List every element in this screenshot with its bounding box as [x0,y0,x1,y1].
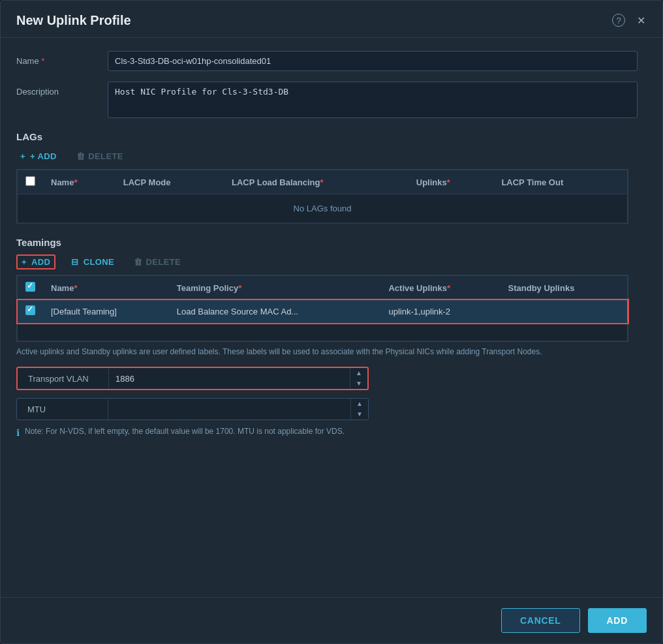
lags-delete-button[interactable]: 🗑 DELETE [72,149,127,164]
mtu-note-row: ℹ Note: For N-VDS, if left empty, the de… [16,427,638,438]
close-button[interactable]: ✕ [636,13,647,28]
name-label: Name * [16,51,108,66]
description-input[interactable]: Host NIC Profile for Cls-3-Std3-DB [108,82,638,118]
mtu-row: MTU ▲ ▼ [16,398,647,420]
lags-col-uplinks: Uplinks* [409,170,494,194]
teamings-add-button[interactable]: + ADD [16,254,55,269]
teamings-table-wrapper: Name* Teaming Policy* Active Uplinks* St… [16,275,628,342]
teamings-row-active-uplinks: uplink-1,uplink-2 [380,300,500,323]
teamings-delete-icon: 🗑 [134,257,142,267]
transport-vlan-up[interactable]: ▲ [350,368,367,378]
transport-vlan-box: Transport VLAN ▲ ▼ [16,367,369,390]
teamings-select-all-checkbox[interactable] [25,282,35,292]
teamings-row-name: [Default Teaming] [43,300,169,323]
lags-toolbar: + + ADD 🗑 DELETE [16,149,638,164]
add-button[interactable]: ADD [588,608,647,633]
teamings-section: Teamings + ADD ⊟ CLONE 🗑 DELETE [16,234,638,346]
description-label: Description [16,82,108,97]
teamings-table-header-row: Name* Teaming Policy* Active Uplinks* St… [18,276,628,300]
new-uplink-profile-dialog: New Uplink Profile ? ✕ Name * Descriptio… [0,0,663,644]
lags-select-all-header [18,170,44,194]
lags-add-icon: + [20,151,25,161]
teamings-select-all-header [18,276,44,300]
lags-table: Name* LACP Mode LACP Load Balancing* Upl… [17,170,628,223]
teamings-col-active: Active Uplinks* [380,276,500,300]
teamings-col-standby: Standby Uplinks [501,276,628,300]
teamings-row-checkbox-cell [18,300,44,323]
description-row: Description Host NIC Profile for Cls-3-S… [16,82,647,118]
mtu-label: MTU [17,399,108,420]
lags-table-wrapper: Name* LACP Mode LACP Load Balancing* Upl… [16,169,628,224]
dialog-title: New Uplink Profile [16,13,131,28]
lags-select-all-checkbox[interactable] [25,176,35,186]
lags-empty-row: No LAGs found [18,194,628,223]
mtu-up[interactable]: ▲ [351,399,368,409]
mtu-box: MTU ▲ ▼ [16,398,369,420]
teamings-title: Teamings [16,237,638,248]
mtu-down[interactable]: ▼ [351,409,368,420]
mtu-spinner: ▲ ▼ [350,399,368,420]
header-icons: ? ✕ [611,12,647,28]
lags-empty-cell: No LAGs found [18,194,628,223]
dialog-header: New Uplink Profile ? ✕ [1,1,662,38]
info-icon: ℹ [16,427,20,438]
lags-section: LAGs + + ADD 🗑 DELETE [16,129,638,228]
cancel-button[interactable]: CANCEL [501,608,580,633]
name-row: Name * [16,51,647,71]
teamings-note: Active uplinks and Standby uplinks are u… [16,346,638,358]
transport-vlan-input[interactable] [109,369,350,389]
transport-vlan-row: Transport VLAN ▲ ▼ [16,367,647,390]
help-icon: ? [612,14,625,27]
mtu-input[interactable] [108,399,350,420]
lags-table-header-row: Name* LACP Mode LACP Load Balancing* Upl… [18,170,628,194]
lags-delete-icon: 🗑 [76,151,85,161]
transport-vlan-spinner: ▲ ▼ [350,368,367,389]
lags-add-button[interactable]: + + ADD [16,149,61,164]
lags-col-lacp-lb: LACP Load Balancing* [224,170,409,194]
lags-title: LAGs [16,131,638,142]
teamings-empty-extra-row [18,323,628,341]
dialog-body: Name * Description Host NIC Profile for … [1,38,662,597]
lags-col-lacp-timeout: LACP Time Out [493,170,627,194]
teamings-col-policy: Teaming Policy* [169,276,381,300]
transport-vlan-label: Transport VLAN [18,369,109,389]
teamings-clone-icon: ⊟ [71,257,78,267]
teamings-col-name: Name* [43,276,169,300]
teamings-add-icon: + [22,257,27,267]
lags-col-lacp-mode: LACP Mode [116,170,224,194]
teamings-clone-button[interactable]: ⊟ CLONE [67,254,118,269]
teamings-row-policy: Load Balance Source MAC Ad... [169,300,381,323]
teamings-delete-button[interactable]: 🗑 DELETE [130,254,185,269]
teamings-toolbar: + ADD ⊟ CLONE 🗑 DELETE [16,254,638,269]
teamings-table-row[interactable]: [Default Teaming] Load Balance Source MA… [18,300,628,323]
mtu-note-text: Note: For N-VDS, if left empty, the defa… [25,427,345,436]
lags-col-name: Name* [43,170,116,194]
teamings-table: Name* Teaming Policy* Active Uplinks* St… [17,275,628,341]
transport-vlan-down[interactable]: ▼ [350,378,367,389]
teamings-row-checkbox[interactable] [25,305,35,315]
help-button[interactable]: ? [611,12,626,28]
close-icon: ✕ [637,14,645,27]
name-input[interactable] [108,51,638,71]
dialog-footer: CANCEL ADD [1,597,662,643]
teamings-row-standby-uplinks [501,300,628,323]
